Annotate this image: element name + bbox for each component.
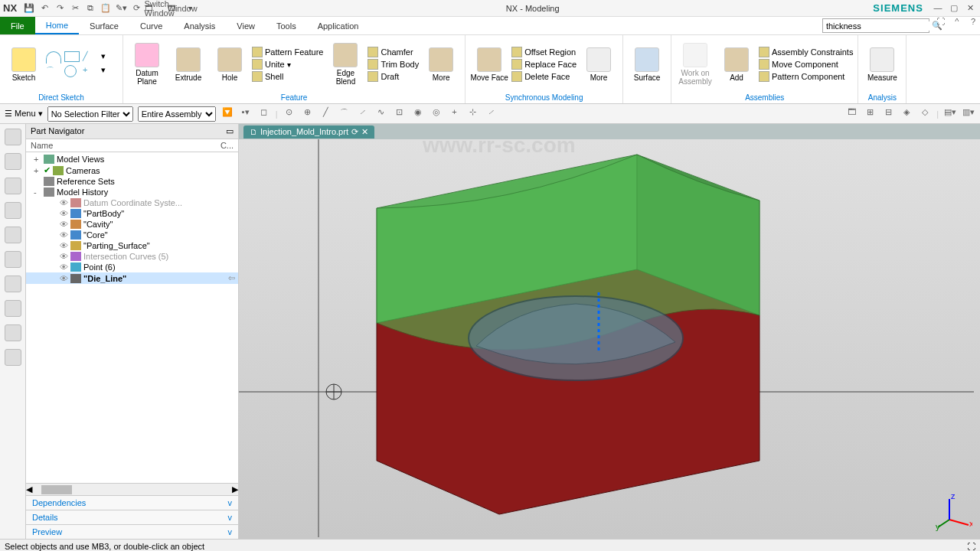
copy-icon[interactable]: ⧉ [84,2,96,15]
snap-icon[interactable]: + [448,107,462,121]
col-comment[interactable]: C... [220,141,234,150]
hole-button[interactable]: Hole [211,47,249,82]
tree-node[interactable]: +Model Views [26,154,238,165]
snap-icon[interactable]: ◎ [430,107,443,121]
fullscreen-icon[interactable]: ⛶ [934,17,948,26]
cut-icon[interactable]: ✂ [69,2,81,15]
filter-icon[interactable]: ◻ [257,107,271,121]
tree-node[interactable]: 👁"Cavity" [26,219,238,230]
assembly-navigator-icon[interactable] [5,178,21,194]
draft-button[interactable]: Draft [368,71,419,82]
command-finder[interactable]: 🔍 [822,18,929,33]
tree-node[interactable]: +✔Cameras [26,165,238,176]
spline-icon[interactable]: ⌒ [46,65,63,77]
work-on-assembly-button[interactable]: Work on Assembly [676,43,714,86]
preview-section[interactable]: Previewv [26,524,238,539]
3d-canvas[interactable]: xyz www.rr-sc.com [239,139,980,539]
help-icon[interactable]: ? [966,17,980,26]
file-tab[interactable]: 🗋 Injection_Mold_Intro.prt ⟳ ✕ [243,126,374,139]
view-icon[interactable]: 🗔 [844,107,858,121]
surface-button[interactable]: Surface [628,47,666,82]
close-icon[interactable]: ✕ [963,3,977,13]
restore-icon[interactable]: ▢ [947,3,961,13]
snap-icon[interactable]: ⌒ [338,107,351,121]
add-component-button[interactable]: Add [717,47,756,82]
roles-icon[interactable] [5,300,21,317]
chevron-down-icon[interactable]: ▾ [101,51,118,64]
pattern-feature-button[interactable]: Pattern Feature [252,47,323,57]
refresh-tab-icon[interactable]: ⟳ [351,127,358,137]
tab-curve[interactable]: Curve [129,17,173,34]
move-face-button[interactable]: Move Face [470,47,508,82]
system-icon[interactable] [5,324,21,341]
chevron-down-icon[interactable]: ▾ [101,65,118,77]
arc-icon[interactable] [46,51,61,64]
snap-icon[interactable]: ⟋ [356,107,370,121]
tree-node[interactable]: -Model History [26,187,238,197]
chamfer-button[interactable]: Chamfer [368,47,419,57]
snap-icon[interactable]: ⊙ [283,107,296,121]
dependencies-section[interactable]: Dependenciesv [26,495,238,510]
constraint-navigator-icon[interactable] [5,202,21,219]
offset-region-button[interactable]: Offset Region [511,47,577,57]
settings-icon[interactable] [5,129,21,145]
snap-icon[interactable]: ╱ [319,107,333,121]
view-icon[interactable]: ◇ [918,107,932,121]
move-component-button[interactable]: Move Component [759,59,853,70]
refresh-icon[interactable]: ⟳ [130,2,142,15]
filter-icon[interactable]: 🔽 [220,107,234,121]
switch-window-button[interactable]: 🗔 Switch Window [145,2,165,15]
view-triad[interactable]: xyz [934,493,972,531]
layer-icon[interactable]: ▤▾ [943,107,957,121]
shell-button[interactable]: Shell [252,71,323,82]
measure-button[interactable]: Measure [863,47,901,82]
assembly-scope-dropdown[interactable]: Entire Assembly [138,106,216,122]
tree-node[interactable]: 👁"Die_Line"⇦ [26,272,238,284]
snap-icon[interactable]: ⊹ [466,107,480,121]
tree-node[interactable]: 👁Intersection Curves (5) [26,251,238,262]
fullscreen-icon[interactable]: ⛶ [967,542,975,551]
filter-icon[interactable]: ▪▾ [239,107,253,121]
undo-icon[interactable]: ↶ [38,2,51,15]
sketch-button[interactable]: Sketch [5,47,43,82]
more-feature-button[interactable]: More [422,47,460,82]
more-sync-button[interactable]: More [580,47,618,82]
view-icon[interactable]: ◈ [900,107,913,121]
tree-node[interactable]: 👁Datum Coordinate Syste... [26,197,238,208]
layer-icon[interactable]: ▥▾ [962,107,975,121]
edge-blend-button[interactable]: Edge Blend [326,43,364,86]
window-dropdown[interactable]: 🗔 Window ▾ [168,2,192,15]
search-input[interactable] [826,21,932,31]
reuse-library-icon[interactable] [5,227,21,243]
snap-icon[interactable]: ⟋ [485,107,498,121]
snap-icon[interactable]: ⊡ [393,107,407,121]
tree-node[interactable]: Reference Sets [26,176,238,187]
datum-plane-button[interactable]: Datum Plane [128,43,166,86]
unite-button[interactable]: Unite ▾ [252,59,323,70]
file-menu[interactable]: File [0,17,35,34]
paste-icon[interactable]: 📋 [100,2,112,15]
navigator-tree[interactable]: +Model Views+✔CamerasReference Sets-Mode… [26,152,238,483]
tab-home[interactable]: Home [35,17,79,34]
save-icon[interactable]: 💾 [23,2,35,15]
tab-analysis[interactable]: Analysis [173,17,226,34]
tree-node[interactable]: 👁"Parting_Surface" [26,240,238,251]
replace-face-button[interactable]: Replace Face [511,59,577,70]
trim-body-button[interactable]: Trim Body [368,59,419,70]
rect-icon[interactable] [64,51,80,62]
assembly-constraints-button[interactable]: Assembly Constraints [759,47,853,57]
col-name[interactable]: Name [31,141,220,150]
tree-node[interactable]: 👁"Core" [26,230,238,240]
view-icon[interactable]: ⊟ [881,107,895,121]
extrude-button[interactable]: Extrude [169,47,207,82]
tab-application[interactable]: Application [307,17,370,34]
view-icon[interactable]: ⊞ [863,107,877,121]
history-icon[interactable] [5,276,21,292]
tab-view[interactable]: View [226,17,266,34]
minimize-icon[interactable]: — [931,3,945,12]
horizontal-scrollbar[interactable]: ◀▶ [26,483,238,495]
details-section[interactable]: Detailsv [26,510,238,524]
tab-surface[interactable]: Surface [79,17,129,34]
menu-button[interactable]: ☰ Menu ▾ [5,109,43,119]
redo-icon[interactable]: ↷ [54,2,66,15]
